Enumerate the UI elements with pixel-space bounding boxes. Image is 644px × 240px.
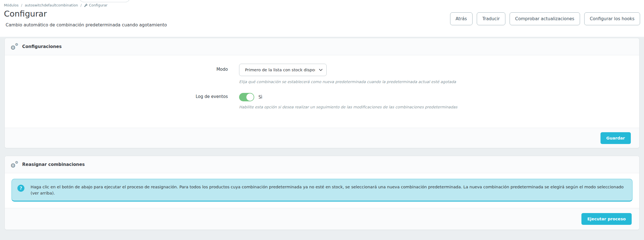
- toggle-knob: [246, 93, 254, 101]
- question-circle-icon: ?: [17, 185, 24, 192]
- event-log-label: Log de eventos: [5, 93, 228, 99]
- header-toolbar: Módulos / autoswitchdefaultcombination /…: [0, 0, 644, 37]
- info-alert: ? Haga clic en el botón de abajo para ej…: [12, 179, 632, 202]
- mode-select[interactable]: Primero de la lista con stock dispor: [239, 64, 327, 76]
- search-bar-remnant: [79, 0, 130, 2]
- reasignar-footer: Ejecutar proceso: [5, 208, 639, 230]
- translate-button[interactable]: Traducir: [477, 12, 505, 25]
- panel-configuraciones: ⚙ ⚙ Configuraciones Modo Primero de la l…: [4, 38, 640, 148]
- toolbar-buttons: Atrás Traducir Comprobar actualizaciones…: [450, 12, 640, 25]
- breadcrumb: Módulos / autoswitchdefaultcombination /…: [4, 3, 107, 7]
- panel-reasignar-title: Reasignar combinaciones: [22, 162, 85, 167]
- save-button[interactable]: Guardar: [601, 132, 631, 144]
- run-process-button[interactable]: Ejecutar proceso: [581, 213, 632, 225]
- gears-icon: ⚙ ⚙: [10, 43, 18, 50]
- breadcrumb-separator: /: [21, 3, 22, 7]
- configuraciones-footer: Guardar: [5, 128, 639, 148]
- panel-reasignar-header: ⚙ ⚙ Reasignar combinaciones: [5, 156, 639, 173]
- configure-hooks-button[interactable]: Configurar los hooks: [584, 12, 640, 25]
- breadcrumb-current-label: Configurar: [89, 3, 107, 7]
- panel-configuraciones-title: Configuraciones: [22, 44, 62, 49]
- breadcrumb-modulos[interactable]: Módulos: [4, 3, 19, 7]
- panel-configuraciones-header: ⚙ ⚙ Configuraciones: [5, 38, 639, 55]
- reasignar-body: ? Haga clic en el botón de abajo para ej…: [5, 173, 639, 208]
- gears-icon: ⚙ ⚙: [10, 161, 18, 168]
- info-alert-text: Haga clic en el botón de abajo para ejec…: [31, 184, 625, 196]
- mode-help-text: Elija qué combinación se establecerá com…: [239, 79, 456, 84]
- event-log-toggle[interactable]: [239, 93, 254, 101]
- configuraciones-form: Modo Primero de la lista con stock dispo…: [5, 55, 639, 128]
- event-log-help-text: Habilite esta opción si desea realizar u…: [239, 105, 457, 109]
- event-log-state-label: Sì: [258, 95, 262, 100]
- wrench-icon: [84, 4, 88, 7]
- back-button[interactable]: Atrás: [450, 12, 473, 25]
- event-log-form-row: Log de eventos Sì Habilite esta opción s…: [5, 93, 639, 109]
- page-subtitle: Cambio automático de combinación predete…: [6, 22, 167, 28]
- check-updates-button[interactable]: Comprobar actualizaciones: [510, 12, 580, 25]
- mode-form-row: Modo Primero de la lista con stock dispo…: [5, 64, 639, 84]
- breadcrumb-separator: /: [81, 3, 82, 7]
- page-title: Configurar: [4, 9, 47, 19]
- panel-reasignar: ⚙ ⚙ Reasignar combinaciones ? Haga clic …: [4, 156, 640, 230]
- breadcrumb-current: Configurar: [84, 3, 107, 7]
- mode-label: Modo: [5, 64, 228, 72]
- main-content: ⚙ ⚙ Configuraciones Modo Primero de la l…: [0, 37, 644, 230]
- breadcrumb-module-name[interactable]: autoswitchdefaultcombination: [25, 3, 78, 7]
